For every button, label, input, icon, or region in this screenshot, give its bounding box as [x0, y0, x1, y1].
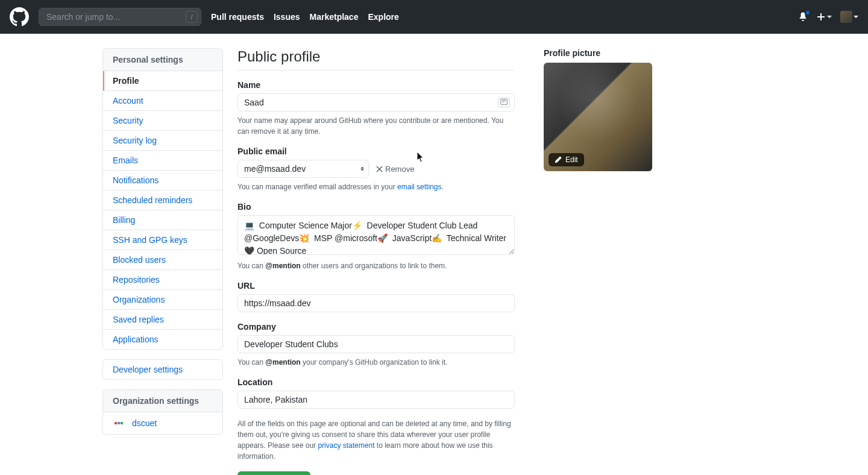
- developer-settings-menu: Developer settings: [102, 359, 223, 380]
- caret-down-icon: [854, 16, 858, 18]
- personal-settings-menu: Personal settings Profile Account Securi…: [102, 48, 223, 350]
- svg-point-0: [115, 422, 118, 425]
- sidebar-item-security[interactable]: Security: [103, 111, 222, 131]
- autofill-icon: [498, 98, 510, 107]
- sidebar-item-repositories[interactable]: Repositories: [103, 270, 222, 290]
- name-label: Name: [237, 80, 515, 90]
- company-input[interactable]: [237, 335, 515, 353]
- company-label: Company: [237, 322, 515, 332]
- sidebar-item-security-log[interactable]: Security log: [103, 131, 222, 151]
- main-content: Public profile Name Your name may appear…: [237, 48, 766, 475]
- name-input[interactable]: [237, 93, 515, 112]
- search-input[interactable]: [39, 8, 201, 26]
- email-select[interactable]: me@msaad.dev: [237, 160, 369, 178]
- org-settings-menu: Organization settings dscuet: [102, 389, 223, 435]
- notifications-button[interactable]: [798, 11, 808, 23]
- email-hint: You can manage verified email addresses …: [237, 181, 515, 192]
- sidebar-item-blocked-users[interactable]: Blocked users: [103, 250, 222, 270]
- nav-explore[interactable]: Explore: [368, 12, 398, 22]
- sidebar-item-emails[interactable]: Emails: [103, 151, 222, 171]
- bio-hint: You can @mention other users and organiz…: [237, 260, 515, 271]
- nav-marketplace[interactable]: Marketplace: [310, 12, 359, 22]
- org-avatar-icon: [113, 417, 125, 429]
- bio-textarea[interactable]: 💻 Computer Science Major⚡ Developer Stud…: [237, 215, 515, 255]
- plus-icon: [816, 12, 826, 22]
- update-profile-button[interactable]: Update profile: [237, 471, 310, 475]
- primary-nav: Pull requests Issues Marketplace Explore: [211, 12, 399, 22]
- pencil-icon: [555, 156, 562, 163]
- name-hint: Your name may appear around GitHub where…: [237, 115, 515, 137]
- url-input[interactable]: [237, 294, 515, 312]
- location-label: Location: [237, 377, 515, 387]
- org-link-dscuet[interactable]: dscuet: [132, 418, 157, 428]
- svg-point-1: [118, 422, 121, 425]
- location-input[interactable]: [237, 391, 515, 409]
- email-label: Public email: [237, 146, 515, 156]
- search-wrap: /: [39, 8, 201, 26]
- page-title: Public profile: [237, 48, 515, 71]
- caret-down-icon: [827, 16, 832, 18]
- org-settings-header: Organization settings: [103, 390, 222, 412]
- org-row: dscuet: [103, 412, 222, 434]
- settings-sidebar: Personal settings Profile Account Securi…: [102, 48, 223, 475]
- top-navbar: / Pull requests Issues Marketplace Explo…: [0, 0, 868, 34]
- profile-picture-label: Profile picture: [544, 48, 664, 58]
- url-label: URL: [237, 281, 515, 291]
- x-icon: [376, 166, 383, 172]
- nav-issues[interactable]: Issues: [274, 12, 300, 22]
- remove-email-link[interactable]: Remove: [376, 165, 414, 174]
- sidebar-item-applications[interactable]: Applications: [103, 330, 222, 349]
- edit-picture-button[interactable]: Edit: [549, 153, 584, 166]
- svg-point-2: [121, 422, 124, 425]
- bio-label: Bio: [237, 202, 515, 212]
- privacy-statement-link[interactable]: privacy statement: [318, 441, 374, 450]
- sidebar-item-notifications[interactable]: Notifications: [103, 171, 222, 190]
- company-hint: You can @mention your company's GitHub o…: [237, 357, 515, 368]
- user-menu-dropdown[interactable]: [840, 11, 858, 23]
- email-settings-link[interactable]: email settings: [397, 183, 441, 191]
- sidebar-item-saved-replies[interactable]: Saved replies: [103, 310, 222, 330]
- footer-note: All of the fields on this page are optio…: [237, 418, 515, 462]
- create-new-dropdown[interactable]: [816, 12, 832, 22]
- profile-picture: Edit: [544, 63, 652, 171]
- sidebar-item-developer-settings[interactable]: Developer settings: [103, 360, 222, 379]
- slash-key-icon: /: [186, 11, 198, 23]
- sidebar-item-billing[interactable]: Billing: [103, 210, 222, 230]
- sidebar-item-ssh-gpg[interactable]: SSH and GPG keys: [103, 230, 222, 250]
- github-logo-icon[interactable]: [10, 7, 29, 27]
- profile-form: Public profile Name Your name may appear…: [237, 48, 515, 475]
- sidebar-item-account[interactable]: Account: [103, 91, 222, 111]
- avatar-icon: [840, 11, 852, 23]
- profile-picture-section: Profile picture Edit: [544, 48, 664, 475]
- nav-pull-requests[interactable]: Pull requests: [211, 12, 264, 22]
- sidebar-item-profile[interactable]: Profile: [103, 71, 222, 91]
- personal-settings-header: Personal settings: [103, 49, 222, 71]
- sidebar-item-scheduled-reminders[interactable]: Scheduled reminders: [103, 190, 222, 210]
- sidebar-item-organizations[interactable]: Organizations: [103, 290, 222, 310]
- notification-dot-icon: [805, 10, 811, 16]
- topbar-right: [798, 11, 858, 23]
